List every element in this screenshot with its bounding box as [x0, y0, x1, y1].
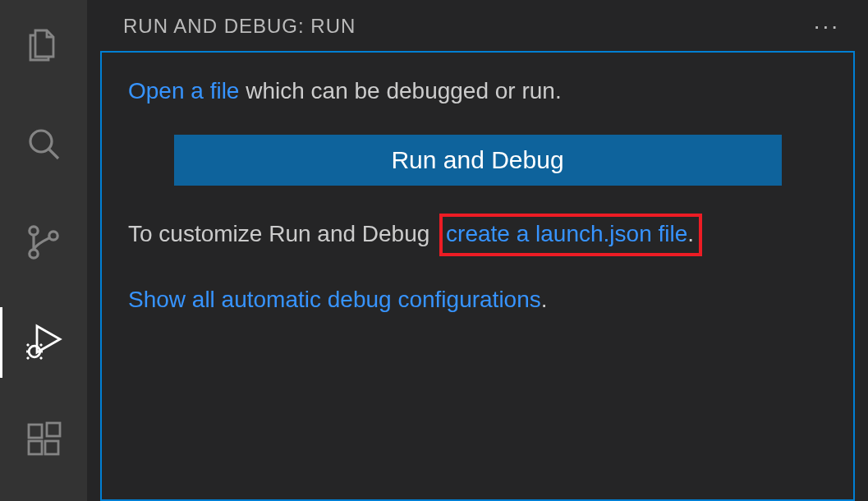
create-launch-period: . — [687, 221, 694, 246]
app-root: RUN AND DEBUG: RUN ··· Open a file which… — [0, 0, 868, 501]
svg-point-0 — [30, 131, 52, 152]
svg-line-7 — [27, 344, 29, 346]
activity-source-control[interactable] — [0, 209, 87, 279]
extensions-icon — [24, 420, 63, 462]
activity-explorer[interactable] — [0, 11, 87, 82]
svg-line-10 — [40, 357, 42, 359]
svg-point-2 — [30, 227, 38, 235]
run-debug-button-row: Run and Debug — [128, 135, 827, 186]
panel-header: RUN AND DEBUG: RUN ··· — [87, 0, 868, 51]
activity-search[interactable] — [0, 110, 87, 181]
show-all-link[interactable]: Show all automatic debug configurations — [128, 287, 541, 312]
open-file-link[interactable]: Open a file — [128, 78, 239, 103]
panel-more-button[interactable]: ··· — [809, 13, 845, 39]
svg-rect-14 — [29, 441, 42, 454]
panel-title: RUN AND DEBUG: RUN — [123, 15, 356, 38]
svg-rect-15 — [45, 441, 58, 454]
activity-extensions[interactable] — [0, 406, 87, 476]
svg-point-4 — [49, 232, 57, 240]
show-all-period: . — [541, 287, 548, 312]
customize-line: To customize Run and Debug create a laun… — [128, 214, 827, 256]
svg-rect-16 — [47, 423, 60, 436]
open-file-line: Open a file which can be debugged or run… — [128, 76, 827, 107]
svg-line-9 — [27, 357, 29, 359]
files-icon — [24, 25, 63, 68]
svg-point-3 — [30, 250, 38, 258]
source-control-icon — [24, 223, 63, 265]
customize-prefix: To customize Run and Debug — [128, 221, 436, 246]
activity-bar — [0, 0, 87, 501]
svg-rect-13 — [29, 425, 42, 438]
svg-line-1 — [49, 149, 58, 159]
activity-run-debug[interactable] — [0, 307, 87, 378]
search-icon — [24, 124, 63, 167]
open-file-text: which can be debugged or run. — [239, 78, 561, 103]
run-debug-icon — [24, 321, 63, 364]
svg-line-8 — [40, 344, 42, 346]
show-all-line: Show all automatic debug configurations. — [128, 284, 827, 315]
panel-body: Open a file which can be debugged or run… — [100, 51, 855, 501]
create-launch-link[interactable]: create a launch.json file — [446, 221, 687, 246]
run-debug-panel: RUN AND DEBUG: RUN ··· Open a file which… — [87, 0, 868, 501]
create-launch-highlight: create a launch.json file. — [439, 214, 702, 256]
run-and-debug-button[interactable]: Run and Debug — [174, 135, 782, 186]
